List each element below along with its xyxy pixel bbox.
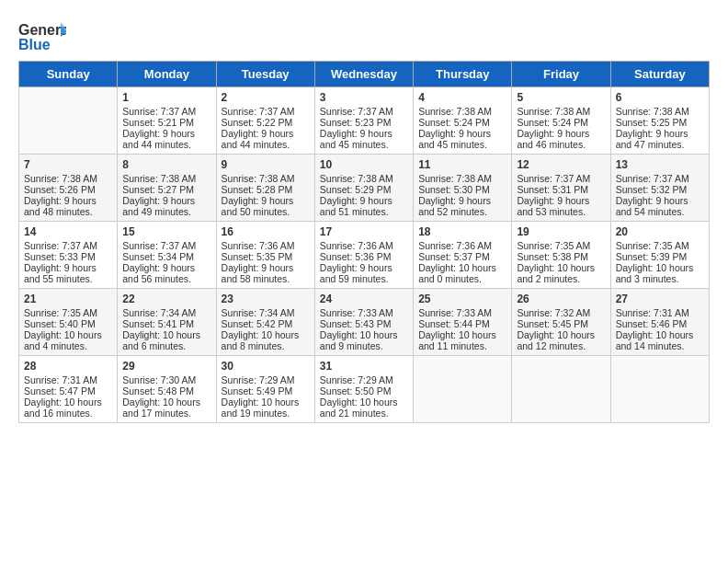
calendar-week-3: 14Sunrise: 7:37 AMSunset: 5:33 PMDayligh… [19,222,710,289]
day-info: and 0 minutes. [418,273,506,284]
day-info: Daylight: 9 hours [517,128,605,139]
day-info: and 50 minutes. [222,206,310,217]
day-info: Sunset: 5:40 PM [24,318,112,329]
calendar-cell: 17Sunrise: 7:36 AMSunset: 5:36 PMDayligh… [314,222,413,289]
day-number: 9 [222,158,310,171]
weekday-wednesday: Wednesday [314,62,413,87]
calendar-cell: 29Sunrise: 7:30 AMSunset: 5:48 PMDayligh… [118,356,216,423]
day-number: 14 [24,225,112,238]
day-number: 18 [418,225,506,238]
calendar-cell: 7Sunrise: 7:38 AMSunset: 5:26 PMDaylight… [19,155,118,222]
day-info: and 45 minutes. [418,139,506,150]
day-info: Sunset: 5:48 PM [122,385,210,396]
day-info: and 55 minutes. [24,273,112,284]
day-info: Sunrise: 7:38 AM [616,106,704,117]
day-number: 2 [222,91,310,104]
day-info: Sunrise: 7:38 AM [418,173,506,184]
day-number: 22 [122,293,210,305]
calendar-cell: 26Sunrise: 7:32 AMSunset: 5:45 PMDayligh… [512,289,610,356]
day-info: and 45 minutes. [320,139,408,150]
day-info: Sunrise: 7:31 AM [24,374,112,385]
day-info: Sunset: 5:24 PM [517,117,605,128]
day-number: 7 [24,158,112,171]
day-info: Daylight: 10 hours [616,262,704,273]
day-info: Sunset: 5:30 PM [418,184,506,195]
day-info: Daylight: 10 hours [122,396,210,408]
day-info: and 16 minutes. [24,408,112,419]
calendar-cell: 16Sunrise: 7:36 AMSunset: 5:35 PMDayligh… [216,222,314,289]
day-info: Sunset: 5:35 PM [222,251,310,262]
day-info: and 2 minutes. [517,273,605,284]
day-info: Sunrise: 7:32 AM [517,307,605,318]
day-info: Daylight: 9 hours [616,195,704,206]
day-info: Sunrise: 7:37 AM [122,240,210,251]
day-info: and 19 minutes. [222,408,310,419]
day-info: Sunset: 5:21 PM [122,117,210,128]
day-info: Daylight: 10 hours [517,329,605,340]
day-number: 16 [222,225,310,238]
day-info: and 56 minutes. [122,273,210,284]
day-number: 1 [122,91,210,104]
day-info: Sunset: 5:44 PM [418,318,506,329]
calendar-body: 1Sunrise: 7:37 AMSunset: 5:21 PMDaylight… [19,87,710,423]
day-info: Sunrise: 7:36 AM [418,240,506,251]
day-number: 4 [418,91,506,104]
page-header: General Blue [18,18,710,53]
day-info: Sunset: 5:39 PM [616,251,704,262]
day-info: Sunrise: 7:31 AM [616,307,704,318]
day-info: Sunset: 5:23 PM [320,117,408,128]
calendar-cell: 12Sunrise: 7:37 AMSunset: 5:31 PMDayligh… [512,155,610,222]
day-info: Sunset: 5:31 PM [517,184,605,195]
day-info: Daylight: 9 hours [418,195,506,206]
day-number: 26 [517,293,605,305]
weekday-saturday: Saturday [610,62,709,87]
weekday-friday: Friday [512,62,610,87]
day-info: and 12 minutes. [517,340,605,351]
day-info: and 58 minutes. [222,273,310,284]
day-info: Sunset: 5:27 PM [122,184,210,195]
day-info: and 59 minutes. [320,273,408,284]
day-info: and 21 minutes. [320,408,408,419]
calendar-cell: 25Sunrise: 7:33 AMSunset: 5:44 PMDayligh… [414,289,512,356]
weekday-thursday: Thursday [414,62,512,87]
calendar-week-5: 28Sunrise: 7:31 AMSunset: 5:47 PMDayligh… [19,356,710,423]
day-info: and 47 minutes. [616,139,704,150]
day-number: 19 [517,225,605,238]
day-info: Sunrise: 7:38 AM [517,106,605,117]
day-info: and 44 minutes. [122,139,210,150]
calendar-cell: 6Sunrise: 7:38 AMSunset: 5:25 PMDaylight… [610,87,709,155]
day-info: and 52 minutes. [418,206,506,217]
day-info: and 14 minutes. [616,340,704,351]
day-info: Daylight: 10 hours [222,329,310,340]
day-number: 15 [122,225,210,238]
calendar-week-2: 7Sunrise: 7:38 AMSunset: 5:26 PMDaylight… [19,155,710,222]
day-info: Sunset: 5:43 PM [320,318,408,329]
day-info: Sunset: 5:45 PM [517,318,605,329]
day-info: Daylight: 9 hours [320,195,408,206]
day-info: Sunset: 5:32 PM [616,184,704,195]
day-info: Sunrise: 7:38 AM [222,173,310,184]
day-info: and 3 minutes. [616,273,704,284]
day-info: Daylight: 9 hours [222,195,310,206]
calendar-cell: 27Sunrise: 7:31 AMSunset: 5:46 PMDayligh… [610,289,709,356]
day-info: Sunrise: 7:30 AM [122,374,210,385]
calendar-cell [19,87,118,155]
calendar-cell: 11Sunrise: 7:38 AMSunset: 5:30 PMDayligh… [414,155,512,222]
day-info: and 49 minutes. [122,206,210,217]
day-info: Sunrise: 7:36 AM [320,240,408,251]
day-info: Sunrise: 7:37 AM [517,173,605,184]
day-info: Sunrise: 7:38 AM [122,173,210,184]
day-number: 24 [320,293,408,305]
day-info: Daylight: 10 hours [320,396,408,408]
day-info: Sunset: 5:38 PM [517,251,605,262]
calendar-cell [512,356,610,423]
calendar-cell: 24Sunrise: 7:33 AMSunset: 5:43 PMDayligh… [314,289,413,356]
day-info: Sunset: 5:41 PM [122,318,210,329]
day-number: 13 [616,158,704,171]
day-info: Daylight: 10 hours [517,262,605,273]
day-info: Sunset: 5:33 PM [24,251,112,262]
day-info: Sunrise: 7:34 AM [222,307,310,318]
day-info: Sunset: 5:46 PM [616,318,704,329]
day-info: Daylight: 10 hours [616,329,704,340]
logo: General Blue [18,18,66,53]
